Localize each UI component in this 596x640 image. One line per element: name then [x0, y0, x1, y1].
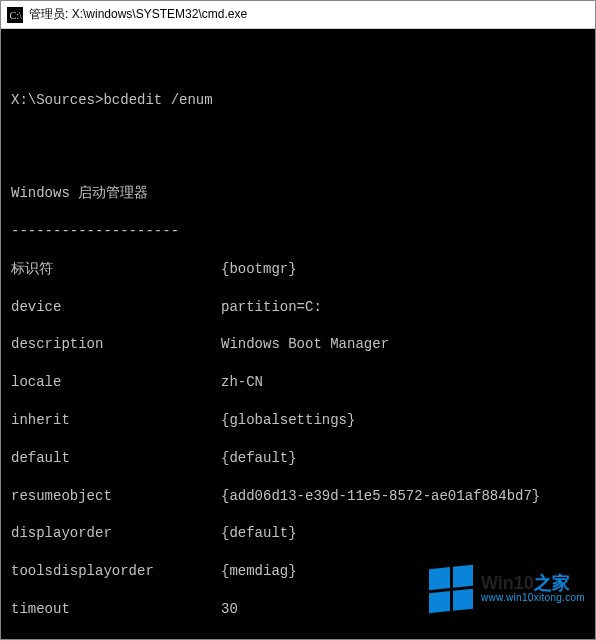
titlebar[interactable]: C:\ 管理员: X:\windows\SYSTEM32\cmd.exe [1, 1, 595, 29]
entry-value: {bootmgr} [221, 260, 585, 279]
entry-value: partition=C: [221, 298, 585, 317]
entry-value: {default} [221, 524, 585, 543]
entry-key: description [11, 335, 221, 354]
entry-row: default{default} [11, 449, 585, 468]
entry-key: timeout [11, 600, 221, 619]
entry-row: descriptionWindows Boot Manager [11, 335, 585, 354]
cmd-icon: C:\ [7, 7, 23, 23]
entry-key: default [11, 449, 221, 468]
entry-row: displayorder{default} [11, 524, 585, 543]
section-heading: Windows 启动管理器 [11, 184, 585, 203]
window-title: 管理员: X:\windows\SYSTEM32\cmd.exe [29, 6, 247, 23]
entry-row: timeout30 [11, 600, 585, 619]
entry-key: inherit [11, 411, 221, 430]
entry-key: 标识符 [11, 260, 221, 279]
entry-value: zh-CN [221, 373, 585, 392]
entry-key: displayorder [11, 524, 221, 543]
entry-key: locale [11, 373, 221, 392]
entry-value: {add06d13-e39d-11e5-8572-ae01af884bd7} [221, 487, 585, 506]
entry-row: resumeobject{add06d13-e39d-11e5-8572-ae0… [11, 487, 585, 506]
entry-row: 标识符{bootmgr} [11, 260, 585, 279]
terminal-output: X:\Sources>bcdedit /enum Windows 启动管理器 -… [1, 29, 595, 640]
entry-value: {memdiag} [221, 562, 585, 581]
entry-value: Windows Boot Manager [221, 335, 585, 354]
section-divider: -------------------- [11, 222, 585, 241]
prompt-line: X:\Sources>bcdedit /enum [11, 91, 585, 110]
entry-value: 30 [221, 600, 585, 619]
prompt: X:\Sources> [11, 92, 103, 108]
entry-row: inherit{globalsettings} [11, 411, 585, 430]
svg-text:C:\: C:\ [10, 10, 22, 21]
entry-value: {globalsettings} [221, 411, 585, 430]
entry-key: resumeobject [11, 487, 221, 506]
entry-key: device [11, 298, 221, 317]
entry-key: toolsdisplayorder [11, 562, 221, 581]
entry-row: devicepartition=C: [11, 298, 585, 317]
entry-value: {default} [221, 449, 585, 468]
entry-row: localezh-CN [11, 373, 585, 392]
entry-row: toolsdisplayorder{memdiag} [11, 562, 585, 581]
command-text: bcdedit /enum [103, 92, 212, 108]
